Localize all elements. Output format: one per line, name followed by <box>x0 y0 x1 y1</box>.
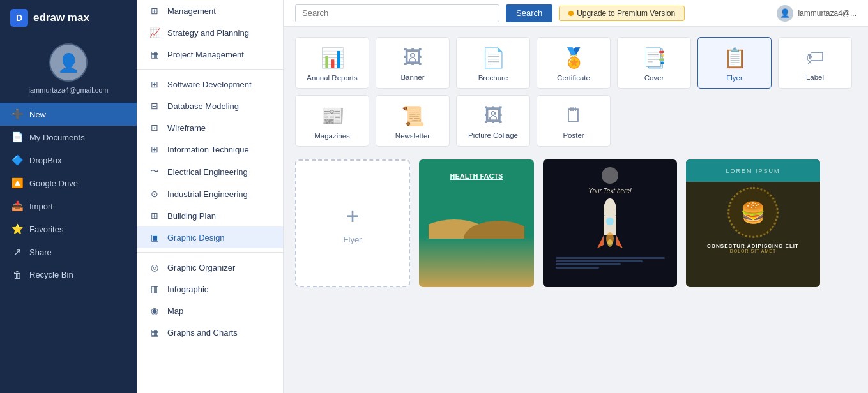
category-card-cover[interactable]: Cover <box>617 37 691 89</box>
banner-icon <box>403 47 422 68</box>
middle-item-software-dev[interactable]: ⊞ Software Development <box>137 73 283 95</box>
svg-point-2 <box>602 167 618 184</box>
template-section: + Flyer HEALTH FACTS Your Text here! <box>295 159 857 287</box>
middle-item-map[interactable]: ◉ Map <box>137 300 283 322</box>
annual-reports-label: Annual Reports <box>307 74 357 82</box>
middle-item-industrial[interactable]: ⊙ Industrial Engineering <box>137 183 283 205</box>
dropbox-icon: 🔷 <box>11 154 23 166</box>
middle-item-wireframe[interactable]: ⊡ Wireframe <box>137 117 283 138</box>
middle-item-graphs[interactable]: ▦ Graphs and Charts <box>137 322 283 343</box>
content-scroll: Annual Reports Banner Brochure Certifica… <box>284 27 868 393</box>
middle-item-building[interactable]: ⊞ Building Plan <box>137 205 283 226</box>
category-card-label[interactable]: Label <box>778 37 852 89</box>
category-card-annual-reports[interactable]: Annual Reports <box>295 37 369 89</box>
middle-item-management[interactable]: ⊞ Management <box>137 0 283 22</box>
annual-reports-icon <box>321 47 344 69</box>
template-burger[interactable]: LOREM IPSUM 🍔 CONSECTUR ADIPISCING ELIT … <box>686 159 820 287</box>
svg-point-7 <box>606 218 614 225</box>
category-card-certificate[interactable]: Certificate <box>537 37 611 89</box>
search-button[interactable]: Search <box>506 4 552 22</box>
sidebar-item-my-documents[interactable]: 📄 My Documents <box>0 126 137 149</box>
share-icon: ↗ <box>11 246 23 258</box>
magazines-icon <box>321 105 344 127</box>
newsletter-label: Newsletter <box>395 132 430 140</box>
recycle-icon: 🗑 <box>11 269 23 280</box>
sidebar-item-label: Favorites <box>29 225 63 234</box>
template-health-facts[interactable]: HEALTH FACTS <box>419 159 534 287</box>
template-space[interactable]: Your Text here! <box>543 159 677 287</box>
magazines-label: Magazines <box>314 132 350 140</box>
sidebar-item-favorites[interactable]: ⭐ Favorites <box>0 218 137 241</box>
category-card-brochure[interactable]: Brochure <box>456 37 530 89</box>
category-card-flyer[interactable]: Flyer <box>697 37 772 89</box>
sidebar-item-import[interactable]: 📥 Import <box>0 195 137 218</box>
burger-text1: CONSECTUR ADIPISCING ELIT <box>707 243 799 249</box>
flyer-icon <box>723 47 747 69</box>
middle-item-graphic-design[interactable]: ▣ Graphic Design <box>137 226 283 248</box>
create-new-template[interactable]: + Flyer <box>295 159 410 287</box>
sidebar-item-new[interactable]: ➕ New <box>0 103 137 126</box>
project-icon: ▦ <box>148 49 161 59</box>
drive-icon: 🔼 <box>11 177 23 189</box>
middle-item-infographic[interactable]: ▥ Infographic <box>137 278 283 300</box>
cover-label: Cover <box>644 74 664 82</box>
username-label: iammurtaza4@gmail.com <box>29 86 109 94</box>
picture-collage-label: Picture Collage <box>468 131 518 139</box>
category-card-poster[interactable]: Poster <box>537 95 611 147</box>
middle-item-electrical[interactable]: 〜 Electrical Engineering <box>137 160 283 183</box>
sidebar-item-dropbox[interactable]: 🔷 DropBox <box>0 149 137 172</box>
avatar: 👤 <box>49 43 88 82</box>
newsletter-icon <box>401 105 425 127</box>
poster-label: Poster <box>563 131 584 139</box>
upgrade-dot-icon <box>568 11 574 16</box>
burger-emoji: 🍔 <box>740 200 766 225</box>
electrical-icon: 〜 <box>148 166 161 177</box>
svg-marker-6 <box>616 235 623 248</box>
divider-2 <box>137 252 283 253</box>
middle-item-project-mgmt[interactable]: ▦ Project Management <box>137 43 283 65</box>
category-card-banner[interactable]: Banner <box>376 37 450 89</box>
svg-marker-5 <box>597 235 604 248</box>
middle-item-graphic-organizer[interactable]: ◎ Graphic Organizer <box>137 256 283 278</box>
industrial-icon: ⊙ <box>148 189 161 199</box>
logo-icon: D <box>10 9 28 27</box>
documents-icon: 📄 <box>11 131 23 143</box>
burger-text2: DOLOR SIT AMET <box>730 249 777 253</box>
cover-icon <box>643 47 666 69</box>
favorites-icon: ⭐ <box>11 223 23 235</box>
middle-item-strategy[interactable]: 📈 Strategy and Planning <box>137 22 283 43</box>
strategy-icon: 📈 <box>148 27 161 38</box>
sidebar-item-share[interactable]: ↗ Share <box>0 241 137 263</box>
upgrade-label: Upgrade to Premium Version <box>577 9 675 18</box>
upgrade-button[interactable]: Upgrade to Premium Version <box>559 6 685 21</box>
search-input[interactable] <box>295 4 499 22</box>
banner-label: Banner <box>400 73 424 81</box>
database-icon: ⊟ <box>148 101 161 111</box>
space-title: Your Text here! <box>588 188 631 195</box>
sidebar-item-google-drive[interactable]: 🔼 Google Drive <box>0 172 137 195</box>
building-icon: ⊞ <box>148 211 161 221</box>
burger-circle: 🍔 <box>727 187 779 238</box>
category-card-newsletter[interactable]: Newsletter <box>376 95 450 147</box>
sidebar-item-label: DropBox <box>29 156 62 165</box>
new-icon: ➕ <box>11 108 23 120</box>
graphic-org-icon: ◎ <box>148 262 161 272</box>
sidebar-item-label: Share <box>29 248 52 257</box>
svg-point-9 <box>607 239 613 247</box>
category-card-magazines[interactable]: Magazines <box>295 95 369 147</box>
sidebar-item-label: New <box>29 110 46 119</box>
poster-icon <box>564 105 583 126</box>
map-icon: ◉ <box>148 306 161 316</box>
infographic-icon: ▥ <box>148 284 161 294</box>
divider-1 <box>137 69 283 70</box>
middle-item-info-tech[interactable]: ⊞ Information Technique <box>137 138 283 160</box>
wireframe-icon: ⊡ <box>148 122 161 133</box>
middle-item-database[interactable]: ⊟ Database Modeling <box>137 95 283 117</box>
category-card-picture-collage[interactable]: Picture Collage <box>456 95 530 147</box>
stats-lines <box>556 257 665 269</box>
softdev-icon: ⊞ <box>148 79 161 89</box>
label-icon <box>805 47 825 68</box>
certificate-icon <box>562 47 586 69</box>
sidebar-item-recycle-bin[interactable]: 🗑 Recycle Bin <box>0 263 137 286</box>
user-display-name: iammurtaza4@... <box>798 9 857 18</box>
